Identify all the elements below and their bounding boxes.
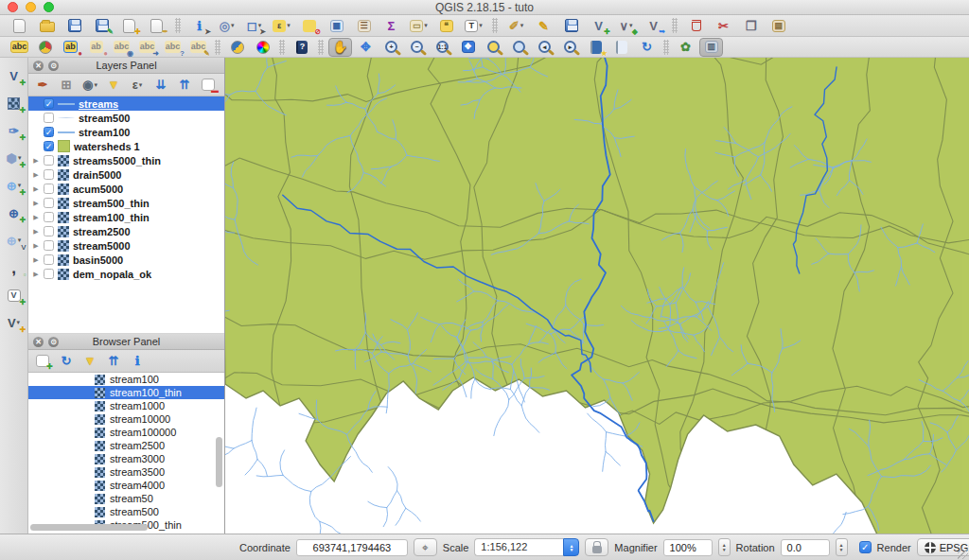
node-tool-button[interactable]: V➥ <box>642 16 665 35</box>
zoom-native-button[interactable]: 1:1 <box>431 38 454 57</box>
scale-lock-button[interactable] <box>585 538 608 556</box>
layer-labeling-button[interactable]: abc <box>8 38 31 57</box>
filter-browser-button[interactable]: ▼ <box>79 352 100 370</box>
highlight-pinned-labels-button[interactable]: ab● <box>84 38 108 57</box>
collapse-all-button[interactable]: ⇈ <box>174 76 195 94</box>
add-wms-layer-button[interactable]: ⊕✚▾ <box>2 175 26 196</box>
layer-visibility-checkbox[interactable] <box>44 269 54 279</box>
new-bookmark-button[interactable]: ★ <box>584 38 608 57</box>
add-postgis-layer-button[interactable]: ⬢✚▾ <box>2 148 26 168</box>
delete-selected-button[interactable] <box>684 16 708 35</box>
layer-expander-icon[interactable]: ▶ <box>32 228 40 236</box>
browser-item[interactable]: stream50 <box>28 492 224 505</box>
zoom-full-button[interactable]: ✥ <box>456 38 480 57</box>
zoom-to-selection-button[interactable] <box>507 38 531 57</box>
add-group-button[interactable]: ⊞ <box>56 76 77 94</box>
new-project-button[interactable] <box>8 16 31 35</box>
current-edits-button[interactable]: ✐▾ <box>504 16 528 35</box>
layer-row[interactable]: ▶stream100_thin <box>28 210 224 224</box>
new-scratch-layer-button[interactable]: V✚▾ <box>2 312 26 333</box>
map-views-button[interactable]: ▥ <box>699 38 723 57</box>
layer-expander-icon[interactable]: ▶ <box>32 242 40 250</box>
layer-visibility-checkbox[interactable] <box>44 240 54 251</box>
pan-map-button[interactable]: ✋ <box>328 38 352 57</box>
deselect-all-button[interactable]: ⊘ <box>297 16 321 35</box>
open-attribute-table-button[interactable]: ▦ <box>325 16 348 35</box>
cut-features-button[interactable]: ✂ <box>712 16 735 35</box>
toggle-editing-button[interactable]: ✎ <box>532 16 555 35</box>
statistical-summary-button[interactable]: Σ <box>379 16 403 35</box>
browser-vertical-scrollbar[interactable] <box>216 375 223 522</box>
zoom-next-button[interactable]: ▸ <box>558 38 582 57</box>
save-layer-edits-button[interactable] <box>559 16 583 35</box>
save-project-as-button[interactable]: ✎ <box>90 16 114 35</box>
change-label-button[interactable]: abc✎ <box>186 38 210 57</box>
paste-features-button[interactable]: ▤ <box>766 16 790 35</box>
zoom-out-button[interactable]: − <box>405 38 429 57</box>
layer-expander-icon[interactable]: ▶ <box>32 271 40 278</box>
layer-row[interactable]: ▶drain5000 <box>28 167 224 182</box>
magnifier-stepper[interactable]: ▲▼ <box>718 538 731 556</box>
filter-by-expression-button[interactable]: ε▾ <box>127 76 148 94</box>
plugin-tool-button[interactable]: ✿ <box>674 38 697 57</box>
zoom-to-layer-button[interactable] <box>482 38 505 57</box>
add-feature-button[interactable]: V✚ <box>587 16 610 35</box>
select-features-button[interactable]: ◻➤▾ <box>242 16 266 35</box>
text-annotation-button[interactable]: T▾ <box>462 16 485 35</box>
rotation-stepper[interactable]: ▲▼ <box>836 538 848 556</box>
layer-row[interactable]: ▶streams5000_thin <box>28 153 224 167</box>
layer-row[interactable]: ✓watersheds 1 <box>28 139 224 153</box>
layer-visibility-checkbox[interactable] <box>44 184 54 194</box>
browser-item[interactable]: stream1000 <box>28 399 224 412</box>
new-shapefile-layer-button[interactable]: V✚ <box>2 285 26 306</box>
add-selected-layers-button[interactable]: ✚ <box>32 352 53 370</box>
layer-visibility-checkbox[interactable]: ✓ <box>44 141 54 151</box>
open-project-button[interactable] <box>35 16 59 35</box>
layer-row[interactable]: stream500 <box>28 111 224 125</box>
layer-row[interactable]: ▶dem_nopala_ok <box>28 267 224 281</box>
browser-item[interactable]: stream100 <box>28 373 224 386</box>
add-wfs-layer-button[interactable]: ⊕V▾ <box>2 230 26 251</box>
add-wcs-layer-button[interactable]: ⊕✚ <box>2 202 26 223</box>
refresh-browser-button[interactable]: ↻ <box>56 352 77 370</box>
layer-visibility-checkbox[interactable]: ✓ <box>44 127 54 137</box>
coordinate-input[interactable]: 693741,1794463 <box>296 539 408 556</box>
browser-item[interactable]: stream500 <box>28 505 224 518</box>
remove-layer-button[interactable]: ▬ <box>198 76 219 94</box>
layer-visibility-checkbox[interactable] <box>44 226 54 236</box>
browser-item[interactable]: stream10000 <box>28 412 224 426</box>
properties-widget-button[interactable]: ℹ <box>127 352 148 370</box>
copy-features-button[interactable]: ❐ <box>739 16 763 35</box>
filter-legend-button[interactable]: ▼ <box>103 76 124 94</box>
layer-expander-icon[interactable]: ▶ <box>32 157 40 165</box>
resize-grip[interactable] <box>958 549 968 559</box>
map-tips-button[interactable]: ❝ <box>434 16 458 35</box>
add-delimited-text-layer-button[interactable]: ,▫ <box>2 257 26 278</box>
layer-row[interactable]: ✓streams <box>28 96 224 111</box>
field-calculator-button[interactable]: ☰ <box>352 16 376 35</box>
layer-visibility-checkbox[interactable] <box>44 212 54 222</box>
layer-row[interactable]: ▶stream500_thin <box>28 196 224 210</box>
add-raster-layer-button[interactable]: ✚ <box>2 93 26 114</box>
browser-item[interactable]: stream2500 <box>28 439 224 452</box>
collapse-browser-button[interactable]: ⇈ <box>103 352 124 370</box>
layer-expander-icon[interactable]: ▶ <box>32 171 40 179</box>
layer-visibility-checkbox[interactable] <box>44 169 54 180</box>
browser-horizontal-scrollbar[interactable] <box>30 524 213 532</box>
expand-all-button[interactable]: ⇊ <box>150 76 171 94</box>
layer-row[interactable]: ▶acum5000 <box>28 182 224 196</box>
layer-expander-icon[interactable]: ▶ <box>32 256 40 264</box>
layer-row[interactable]: ▶stream2500 <box>28 224 224 238</box>
add-vector-layer-button[interactable]: V✚ <box>2 65 26 86</box>
rotation-input[interactable]: 0.0 <box>781 539 830 556</box>
layer-expander-icon[interactable]: ▶ <box>32 185 40 193</box>
browser-item[interactable]: stream100_thin <box>28 386 224 399</box>
composer-manager-button[interactable]: ✒ <box>145 16 168 35</box>
identify-features-button[interactable]: ℹ➤ <box>187 16 211 35</box>
add-spatialite-layer-button[interactable]: ✑✚ <box>2 120 26 141</box>
scale-combobox[interactable]: 1:156,122 ▲▼ <box>474 538 579 556</box>
open-layer-styling-button[interactable]: ✒ <box>32 76 53 94</box>
layer-visibility-checkbox[interactable] <box>44 113 54 123</box>
browser-item[interactable]: stream100000 <box>28 426 224 439</box>
browser-item[interactable]: stream4000 <box>28 479 224 492</box>
